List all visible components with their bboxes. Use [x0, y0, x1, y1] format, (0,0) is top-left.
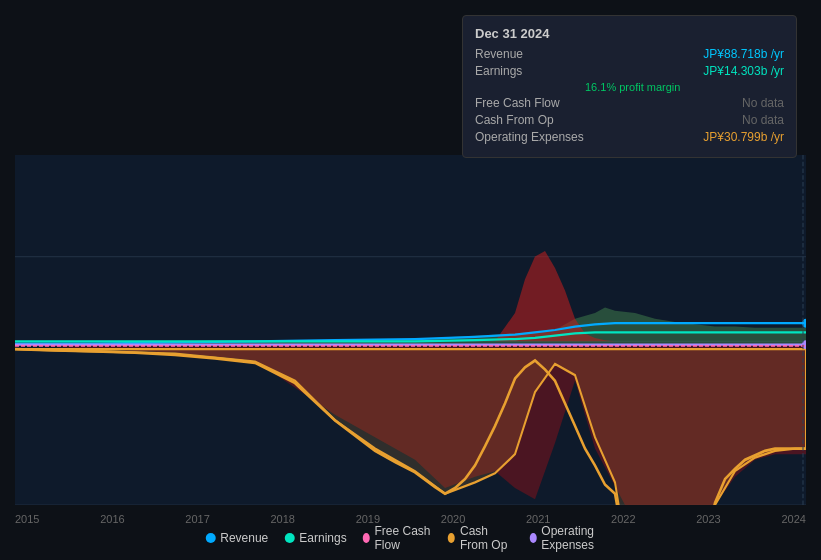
tooltip-label-revenue: Revenue — [475, 47, 585, 61]
tooltip-value-earnings: JP¥14.303b /yr — [703, 64, 784, 78]
tooltip-value-opex: JP¥30.799b /yr — [703, 130, 784, 144]
legend-label-opex: Operating Expenses — [541, 524, 615, 552]
tooltip-row-earnings: Earnings JP¥14.303b /yr — [475, 64, 784, 78]
tooltip-profit-margin: 16.1% profit margin — [475, 81, 784, 93]
tooltip-row-cashop: Cash From Op No data — [475, 113, 784, 127]
tooltip-value-revenue: JP¥88.718b /yr — [703, 47, 784, 61]
tooltip-value-fcf: No data — [742, 96, 784, 110]
x-label-2023: 2023 — [696, 513, 720, 525]
legend-label-cashop: Cash From Op — [460, 524, 514, 552]
legend-dot-fcf — [363, 533, 370, 543]
x-label-2024: 2024 — [781, 513, 805, 525]
tooltip-label-cashop: Cash From Op — [475, 113, 585, 127]
x-label-2015: 2015 — [15, 513, 39, 525]
chart-area — [15, 155, 806, 505]
tooltip-row-fcf: Free Cash Flow No data — [475, 96, 784, 110]
chart-svg — [15, 155, 806, 505]
tooltip-row-opex: Operating Expenses JP¥30.799b /yr — [475, 130, 784, 144]
legend-dot-opex — [529, 533, 536, 543]
tooltip-card: Dec 31 2024 Revenue JP¥88.718b /yr Earni… — [462, 15, 797, 158]
legend: Revenue Earnings Free Cash Flow Cash Fro… — [205, 524, 616, 552]
legend-revenue[interactable]: Revenue — [205, 531, 268, 545]
legend-dot-earnings — [284, 533, 294, 543]
legend-fcf[interactable]: Free Cash Flow — [363, 524, 433, 552]
tooltip-value-cashop: No data — [742, 113, 784, 127]
tooltip-label-earnings: Earnings — [475, 64, 585, 78]
legend-earnings[interactable]: Earnings — [284, 531, 346, 545]
legend-cashop[interactable]: Cash From Op — [448, 524, 513, 552]
legend-opex[interactable]: Operating Expenses — [529, 524, 615, 552]
legend-dot-revenue — [205, 533, 215, 543]
x-label-2016: 2016 — [100, 513, 124, 525]
tooltip-row-revenue: Revenue JP¥88.718b /yr — [475, 47, 784, 61]
legend-label-earnings: Earnings — [299, 531, 346, 545]
legend-label-fcf: Free Cash Flow — [374, 524, 432, 552]
tooltip-label-fcf: Free Cash Flow — [475, 96, 585, 110]
tooltip-date: Dec 31 2024 — [475, 26, 784, 41]
tooltip-label-opex: Operating Expenses — [475, 130, 585, 144]
legend-dot-cashop — [448, 533, 455, 543]
legend-label-revenue: Revenue — [220, 531, 268, 545]
